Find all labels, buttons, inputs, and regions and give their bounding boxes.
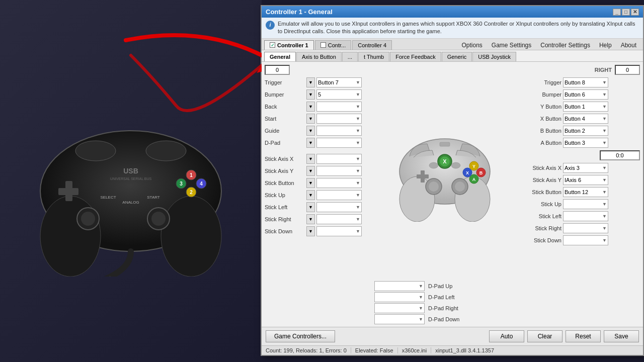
menu-about[interactable]: About xyxy=(617,41,640,50)
dpad-right-dropdown[interactable]: ▼ xyxy=(374,303,425,313)
game-controllers-button[interactable]: Game Controllers... xyxy=(266,330,335,342)
left-stick-down-arrow[interactable]: ▼ xyxy=(306,226,315,236)
right-x-dropdown[interactable]: Button 4 ▼ xyxy=(563,114,608,124)
svg-point-4 xyxy=(146,141,186,161)
dpad-left-dropdown[interactable]: ▼ xyxy=(374,292,425,302)
status-count: Count: 199, Reloads: 1, Errors: 0 xyxy=(266,347,351,353)
tab-force-feedback[interactable]: Force Feedback xyxy=(390,52,441,61)
right-a-label: A Button xyxy=(521,140,561,146)
left-start-dropdown[interactable]: ▼ xyxy=(316,114,362,124)
left-stick-axis-y-arrow[interactable]: ▼ xyxy=(306,166,315,176)
controller-tabs: Controller 1 Contr... Controller 4 Optio… xyxy=(262,39,643,50)
controller-svg: 3 1 4 2 SELECT ANALOG START USB UNIVERSA… xyxy=(10,85,252,277)
svg-text:UNIVERSAL SERIAL BUS: UNIVERSAL SERIAL BUS xyxy=(110,177,152,180)
right-b-dropdown[interactable]: Button 2 ▼ xyxy=(563,126,608,136)
left-stick-button-label: Stick Button xyxy=(265,180,305,186)
close-button[interactable]: ✕ xyxy=(631,9,639,16)
left-dpad-dropdown[interactable]: ▼ xyxy=(316,138,362,148)
left-stick-left-label: Stick Left xyxy=(265,204,305,210)
right-bumper-dropdown[interactable]: Button 6 ▼ xyxy=(563,89,608,100)
left-stick-axis-x-dropdown[interactable]: ▼ xyxy=(316,154,362,164)
left-bumper-dropdown[interactable]: 5 ▼ xyxy=(316,89,362,100)
tab-thumb[interactable]: t Thumb xyxy=(358,52,389,61)
right-stick-left-dropdown[interactable]: ▼ xyxy=(563,211,608,221)
left-stick-up-dropdown[interactable]: ▼ xyxy=(316,190,362,200)
svg-point-2 xyxy=(161,196,221,277)
xbox-controller-area: X A xyxy=(371,64,518,280)
left-stick-right-arrow[interactable]: ▼ xyxy=(306,214,315,224)
left-start-arrow[interactable]: ▼ xyxy=(306,114,315,124)
controller-tab-2[interactable]: Contr... xyxy=(315,40,351,50)
left-stick-axis-y-dropdown[interactable]: ▼ xyxy=(316,166,362,176)
left-stick-left-arrow[interactable]: ▼ xyxy=(306,202,315,212)
left-stick-down-dropdown[interactable]: ▼ xyxy=(316,226,362,236)
right-stick-right-dropdown[interactable]: ▼ xyxy=(563,223,608,233)
right-stick-axis-x-dropdown[interactable]: Axis 3 ▼ xyxy=(563,163,608,173)
dpad-left-label: D-Pad Left xyxy=(428,294,455,300)
left-value-box: 0 xyxy=(265,65,290,75)
right-a-dropdown[interactable]: Button 3 ▼ xyxy=(563,138,608,148)
reset-button[interactable]: Reset xyxy=(566,330,601,342)
minimize-button[interactable]: _ xyxy=(613,9,621,16)
left-stick-up-arrow[interactable]: ▼ xyxy=(306,190,315,200)
tab-general[interactable]: General xyxy=(264,52,296,61)
menu-game-settings[interactable]: Game Settings xyxy=(488,41,535,50)
right-a-row: A Button Button 3 ▼ xyxy=(520,137,641,148)
right-x-row: X Button Button 4 ▼ xyxy=(520,113,641,124)
tab-ellipsis[interactable]: ... xyxy=(342,52,358,61)
right-trigger-dropdown[interactable]: Button 8 ▼ xyxy=(563,77,608,87)
svg-text:Y: Y xyxy=(472,164,475,169)
right-bumper-label: Bumper xyxy=(521,92,561,98)
left-back-row: Back ▼ ▼ xyxy=(264,101,369,112)
left-guide-arrow[interactable]: ▼ xyxy=(306,126,315,136)
svg-text:X: X xyxy=(443,158,447,164)
right-b-row: B Button Button 2 ▼ xyxy=(520,125,641,136)
tab-axis-to-button[interactable]: Axis to Button xyxy=(296,52,342,61)
right-stick-right-row: Stick Right ▼ xyxy=(520,223,641,234)
left-back-dropdown[interactable]: ▼ xyxy=(316,102,362,112)
left-stick-right-dropdown[interactable]: ▼ xyxy=(316,214,362,224)
left-stick-up-row: Stick Up ▼ ▼ xyxy=(264,190,369,201)
right-stick-up-label: Stick Up xyxy=(521,201,561,207)
svg-text:A: A xyxy=(472,177,476,182)
main-content: 0 Trigger ▼ Button 7 ▼ Bumper ▼ xyxy=(262,62,643,345)
tab-usb-joystick[interactable]: USB Joystick xyxy=(472,52,516,61)
menu-help[interactable]: Help xyxy=(595,41,616,50)
left-bumper-arrow[interactable]: ▼ xyxy=(306,89,315,100)
tab-generic[interactable]: Generic xyxy=(442,52,472,61)
info-bar: i Emulator will allow you to use XInput … xyxy=(262,18,643,39)
svg-text:4: 4 xyxy=(200,181,203,187)
controller-tab-4[interactable]: Controller 4 xyxy=(352,40,392,50)
menu-options[interactable]: Options xyxy=(458,41,487,50)
right-b-label: B Button xyxy=(521,128,561,134)
left-stick-axis-x-arrow[interactable]: ▼ xyxy=(306,154,315,164)
left-back-arrow[interactable]: ▼ xyxy=(306,102,315,112)
dpad-left-row: ▼ D-Pad Left xyxy=(373,292,516,303)
right-y-dropdown[interactable]: Button 1 ▼ xyxy=(563,102,608,112)
dpad-up-dropdown[interactable]: ▼ xyxy=(374,281,425,291)
maximize-button[interactable]: □ xyxy=(622,9,630,16)
right-panel: RIGHT 0 Trigger Button 8 ▼ Bumper Button… xyxy=(520,64,641,325)
left-guide-dropdown[interactable]: ▼ xyxy=(316,126,362,136)
menu-controller-settings[interactable]: Controller Settings xyxy=(536,41,594,50)
left-trigger-dropdown[interactable]: Button 7 ▼ xyxy=(316,77,362,87)
left-trigger-arrow[interactable]: ▼ xyxy=(306,77,315,87)
controller-1-checkbox[interactable] xyxy=(270,42,275,48)
save-button[interactable]: Save xyxy=(604,330,639,342)
right-stick-axis-y-dropdown[interactable]: IAxis 6 ▼ xyxy=(563,175,608,185)
clear-button[interactable]: Clear xyxy=(527,330,562,342)
auto-button[interactable]: Auto xyxy=(489,330,524,342)
right-stick-up-dropdown[interactable]: ▼ xyxy=(563,199,608,209)
right-stick-down-dropdown[interactable]: ▼ xyxy=(563,235,608,245)
left-stick-up-label: Stick Up xyxy=(265,192,305,198)
left-guide-label: Guide xyxy=(265,128,305,134)
right-stick-button-dropdown[interactable]: Button 12 ▼ xyxy=(563,187,608,197)
left-dpad-arrow[interactable]: ▼ xyxy=(306,138,315,148)
left-stick-left-dropdown[interactable]: ▼ xyxy=(316,202,362,212)
left-stick-button-dropdown[interactable]: ▼ xyxy=(316,178,362,188)
left-stick-button-arrow[interactable]: ▼ xyxy=(306,178,315,188)
dpad-down-dropdown[interactable]: ▼ xyxy=(374,314,425,324)
left-guide-row: Guide ▼ ▼ xyxy=(264,125,369,136)
controller-2-checkbox[interactable] xyxy=(320,42,326,48)
controller-tab-1[interactable]: Controller 1 xyxy=(264,40,314,50)
